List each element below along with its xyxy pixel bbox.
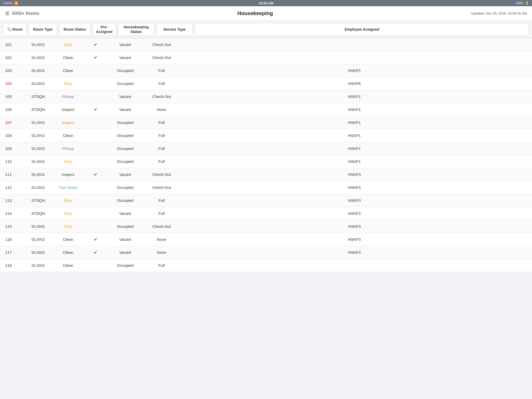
- table-row[interactable]: 117DLXKGClean✔VacantNoneHSKP3: [0, 246, 532, 259]
- cell-employee: HSKP3: [180, 250, 529, 255]
- cell-hskp-status: Occupied: [107, 263, 143, 268]
- cell-room-type: DLXKG: [24, 159, 52, 164]
- table-row[interactable]: 114STDQNDirtyVacantFullHSKP2: [0, 207, 532, 220]
- cell-service-type: Full: [143, 68, 180, 73]
- cell-service-type: None: [143, 107, 180, 112]
- cell-room-number: 117: [3, 250, 24, 255]
- cell-hskp-status: Occupied: [107, 120, 143, 125]
- hamburger-icon[interactable]: ☰: [5, 11, 9, 16]
- table-row[interactable]: 106STDQNInspect✔VacantNoneHSKP1: [0, 103, 532, 116]
- cell-room-number: 115: [3, 224, 24, 229]
- col-header-room-status[interactable]: Room Status: [59, 23, 90, 36]
- cell-room-status: Dirty: [52, 159, 84, 164]
- cell-room-type: STDQN: [24, 107, 52, 112]
- cell-room-type: DLXKG: [24, 224, 52, 229]
- cell-pre-assigned: ✔: [84, 237, 107, 242]
- cell-service-type: Check-Out: [143, 55, 180, 60]
- table-row[interactable]: 118DLXKGCleanOccupiedFull: [0, 259, 532, 272]
- table-row[interactable]: 113STDQNDirtyOccupiedFullHSKP3: [0, 194, 532, 207]
- table-row[interactable]: 104DLXKGDirtyOccupiedFullHSKP6: [0, 77, 532, 90]
- table-row[interactable]: 112DLXKGTurn DownOccupiedCheck-OutHSKP3: [0, 181, 532, 194]
- cell-hskp-status: Occupied: [107, 146, 143, 151]
- cell-room-status: Turn Down: [52, 185, 84, 190]
- cell-service-type: None: [143, 237, 180, 242]
- cell-pre-assigned: ✔: [84, 55, 107, 61]
- cell-room-number: 114: [3, 211, 24, 216]
- cell-room-status: Dirty: [52, 224, 84, 229]
- cell-room-status: Clean: [52, 263, 84, 268]
- table-row[interactable]: 111DLXKGInspect✔VacantCheck-OutHSKP3: [0, 168, 532, 181]
- cell-room-number: 101: [3, 42, 24, 47]
- header-left: ☰ 50/50+ Rooms: [5, 11, 39, 16]
- table-row[interactable]: 116DLXKGClean✔VacantNoneHSKP3: [0, 233, 532, 246]
- cell-service-type: Check-Out: [143, 185, 180, 190]
- table-row[interactable]: 102DLXKGClean✔VacantCheck-Out: [0, 51, 532, 64]
- col-header-room[interactable]: 🔍 Room: [3, 23, 26, 36]
- cell-service-type: Full: [143, 263, 180, 268]
- table-row[interactable]: 107DLXKGInspectOccupiedFullHSKP1: [0, 116, 532, 129]
- table-row[interactable]: 110DLXKGDirtyOccupiedFullHSKP1: [0, 155, 532, 168]
- table-row[interactable]: 103DLXKGCleanOccupiedFullHSKP2: [0, 64, 532, 77]
- table-row[interactable]: 108DLXKGCleanOccupiedFullHSKP1: [0, 129, 532, 142]
- cell-employee: HSKP1: [180, 133, 529, 138]
- table-row[interactable]: 115DLXKGDirtyOccupiedCheck-OutHSKP3: [0, 220, 532, 233]
- cell-room-number: 107: [3, 120, 24, 125]
- col-header-hskp-status[interactable]: Housekeeping Status: [118, 23, 154, 36]
- table-row[interactable]: 109DLXKGPickupOccupiedFullHSKP1: [0, 142, 532, 155]
- col-header-pre-assigned[interactable]: Pre-Assigned: [92, 23, 116, 36]
- checkmark-icon: ✔: [94, 55, 97, 61]
- cell-room-status: Clean: [52, 55, 84, 60]
- cell-room-type: DLXKG: [24, 81, 52, 86]
- cell-hskp-status: Occupied: [107, 224, 143, 229]
- cell-room-status: Clean: [52, 68, 84, 73]
- cell-room-status: Inspect: [52, 120, 84, 125]
- cell-employee: HSKP3: [180, 172, 529, 177]
- cell-employee: HSKP1: [180, 94, 529, 99]
- cell-room-type: DLXKG: [24, 250, 52, 255]
- cell-room-status: Inspect: [52, 172, 84, 177]
- cell-room-type: STDQN: [24, 198, 52, 203]
- column-headers: 🔍 Room Room Type Room Status Pre-Assigne…: [0, 21, 532, 38]
- cell-room-status: Clean: [52, 133, 84, 138]
- cell-room-status: Pickup: [52, 146, 84, 151]
- battery-icon: 🔋: [525, 1, 529, 5]
- cell-employee: HSKP1: [180, 146, 529, 151]
- cell-room-type: DLXKG: [24, 263, 52, 268]
- cell-pre-assigned: ✔: [84, 107, 107, 112]
- cell-service-type: Full: [143, 146, 180, 151]
- cell-service-type: Full: [143, 81, 180, 86]
- rooms-label: 50/50+ Rooms: [12, 11, 39, 16]
- cell-room-status: Dirty: [52, 198, 84, 203]
- cell-room-type: DLXKG: [24, 185, 52, 190]
- table-body: 101DLXKGDirty✔VacantCheck-Out102DLXKGCle…: [0, 38, 532, 272]
- cell-room-number: 116: [3, 237, 24, 242]
- col-header-room-type[interactable]: Room Type: [29, 23, 57, 36]
- checkmark-icon: ✔: [94, 107, 97, 112]
- cell-employee: HSKP6: [180, 81, 529, 86]
- table-row[interactable]: 105STDQNPickupVacantCheck-OutHSKP1: [0, 90, 532, 103]
- checkmark-icon: ✔: [94, 250, 97, 255]
- table-row[interactable]: 101DLXKGDirty✔VacantCheck-Out: [0, 38, 532, 51]
- cell-room-type: STDQN: [24, 94, 52, 99]
- col-header-employee[interactable]: Employee Assigned: [195, 23, 529, 36]
- cell-employee: HSKP3: [180, 237, 529, 242]
- cell-hskp-status: Occupied: [107, 185, 143, 190]
- cell-room-number: 111: [3, 172, 24, 177]
- cell-hskp-status: Vacant: [107, 172, 143, 177]
- checkmark-icon: ✔: [94, 172, 97, 177]
- col-header-service-type[interactable]: Service Type: [156, 23, 193, 36]
- cell-room-type: DLXKG: [24, 55, 52, 60]
- cell-employee: HSKP2: [180, 211, 529, 216]
- cell-employee: HSKP1: [180, 107, 529, 112]
- cell-hskp-status: Occupied: [107, 198, 143, 203]
- cell-hskp-status: Vacant: [107, 211, 143, 216]
- cell-room-status: Pickup: [52, 94, 84, 99]
- cell-room-status: Clean: [52, 237, 84, 242]
- cell-room-status: Dirty: [52, 81, 84, 86]
- cell-service-type: Check-Out: [143, 172, 180, 177]
- cell-room-number: 102: [3, 55, 24, 60]
- cell-pre-assigned: ✔: [84, 42, 107, 48]
- cell-room-number: 118: [3, 263, 24, 268]
- cell-room-number: 103: [3, 68, 24, 73]
- cell-room-status: Dirty: [52, 211, 84, 216]
